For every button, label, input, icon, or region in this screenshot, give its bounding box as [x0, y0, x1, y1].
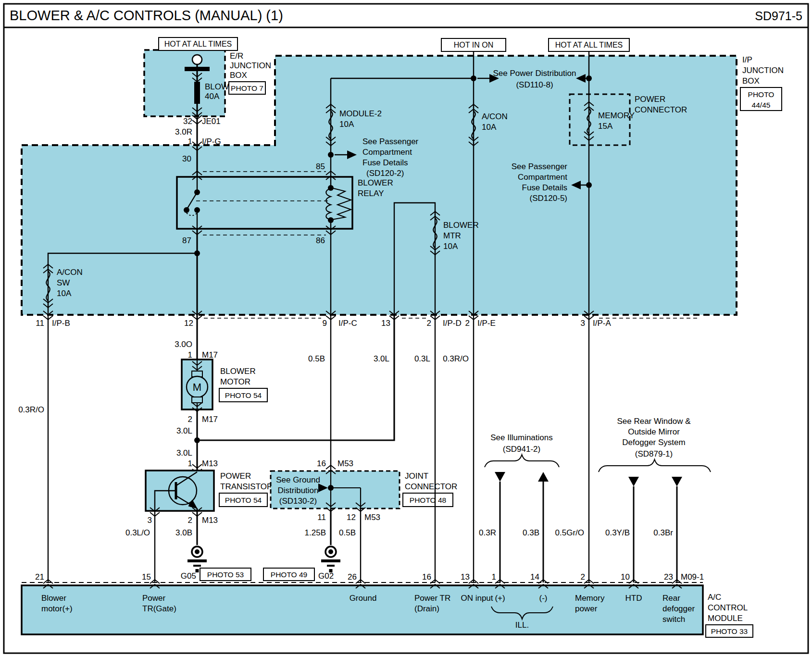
page-title: BLOWER & A/C CONTROLS (MANUAL) (1) — [10, 8, 283, 23]
ip-d-pin: 2 — [427, 319, 431, 328]
page-code: SD971-5 — [755, 9, 802, 23]
module-pin-16: 16 — [422, 572, 431, 582]
relay-pin-30: 30 — [182, 154, 191, 163]
photo-44-45-label-1[interactable]: PHOTO — [748, 90, 775, 99]
memory-label-1: MEMORY — [598, 111, 635, 120]
acon-10a-label-1: A/CON — [482, 112, 508, 121]
power-connector-label-1: POWER — [635, 95, 665, 104]
hot-at-all-times-left-label: HOT AT ALL TIMES — [164, 40, 232, 48]
sd120-5-link[interactable]: (SD120-5) — [530, 194, 567, 203]
hot-in-on-label: HOT IN ON — [454, 41, 493, 49]
see-defogger-label-2: Outside Mirror — [628, 427, 680, 436]
ip-b-pin: 11 — [36, 319, 44, 328]
m13-name-1: M13 — [202, 459, 218, 468]
module-pin-23: 23 — [664, 572, 673, 582]
relay-switch-dot-left — [184, 207, 189, 213]
acon-sw-label-2: SW — [57, 278, 70, 287]
acon-sw-label-3: 10A — [57, 289, 72, 298]
relay-name-2: RELAY — [358, 189, 384, 198]
wire-3-0l-label-1: 3.0L — [176, 426, 192, 435]
module-label-defog-2: defogger — [662, 604, 695, 613]
photo-48-label[interactable]: PHOTO 48 — [410, 496, 446, 504]
see-defogger-link[interactable]: (SD879-1) — [635, 449, 673, 459]
module-pin-13: 13 — [461, 572, 470, 582]
module-name-1: A/C — [708, 593, 721, 602]
sd120-2-link[interactable]: (SD120-2) — [366, 169, 404, 178]
ground-g05 — [187, 559, 207, 562]
fusible-link-bar — [185, 67, 210, 71]
wire-0-3br-label: 0.3Br — [653, 528, 673, 537]
blower-mtr-label-1: BLOWER — [443, 221, 479, 230]
ip-a-name: I/P-A — [593, 319, 611, 328]
relay-pin-87: 87 — [182, 236, 191, 245]
ip-box-label-3: BOX — [742, 76, 760, 86]
power-connector-label-2: CONNECTOR — [635, 105, 687, 114]
module-label-defog-1: Rear — [662, 594, 680, 603]
power-transistor-label-1: POWER — [220, 471, 251, 481]
photo-54-motor-label[interactable]: PHOTO 54 — [225, 391, 262, 399]
ground-g02 — [328, 549, 333, 554]
ipg-name: I/P-G — [202, 137, 221, 146]
module-pin-21: 21 — [35, 572, 44, 582]
m53-pin-11: 11 — [317, 513, 326, 522]
wire-0-3r-label: 0.3R — [479, 528, 496, 537]
module-pin-10: 10 — [621, 572, 630, 582]
see-illuminations-link[interactable]: (SD941-2) — [503, 445, 540, 454]
ground-g05-label: G05 — [181, 571, 196, 581]
module-label-blower-motor-1: Blower — [41, 594, 66, 603]
ac-control-module-box — [22, 585, 703, 634]
wire-3-0l-riser-label: 3.0L — [374, 354, 389, 363]
ground-g02 — [327, 565, 335, 567]
ip-12-pin: 12 — [184, 319, 193, 328]
ip-box-label-2: JUNCTION — [742, 66, 784, 75]
junction-sd120-2 — [328, 152, 334, 158]
module-label-memory-2: power — [575, 604, 598, 613]
photo-53-label[interactable]: PHOTO 53 — [207, 570, 244, 579]
module-pin-26: 26 — [348, 572, 357, 582]
ip-e-name: I/P-E — [477, 319, 496, 328]
sd120-5-label-2: Compartment — [518, 173, 567, 182]
wire-0-3ro-left-label: 0.3R/O — [18, 405, 44, 414]
module-label-ground: Ground — [350, 594, 377, 603]
m17-name-1: M17 — [202, 350, 218, 359]
m13-pin-1: 1 — [188, 459, 192, 468]
wire-3-0r-label: 3.0R — [175, 127, 192, 136]
photo-49-label[interactable]: PHOTO 49 — [271, 570, 307, 579]
wire-0-3ro-label: 0.3R/O — [443, 354, 469, 363]
module-label-ill-plus: (+) — [495, 594, 505, 603]
module-label-power-tr-drain-2: (Drain) — [414, 604, 439, 613]
ground-g05 — [193, 565, 201, 567]
m13-pin-3: 3 — [148, 516, 152, 525]
joint-connector-label-2: CONNECTOR — [405, 482, 457, 491]
blower-mtr-label-3: 10A — [443, 242, 458, 251]
photo-7-label[interactable]: PHOTO 7 — [231, 84, 263, 92]
fusible-link-circle — [192, 55, 202, 64]
see-ground-dist-label-1: See Ground — [276, 475, 320, 484]
wire-3-0b-label: 3.0B — [175, 528, 192, 537]
je01-name: JE01 — [202, 117, 221, 126]
m53-name-bottom: M53 — [364, 513, 380, 522]
ip-d-name: I/P-D — [443, 319, 462, 328]
module-pin-2: 2 — [581, 572, 585, 582]
module-pin-14: 14 — [530, 572, 539, 582]
see-power-distribution-link[interactable]: (SD110-8) — [516, 80, 553, 89]
wiring-diagram-canvas: BLOWER & A/C CONTROLS (MANUAL) (1)SD971-… — [0, 0, 812, 657]
m53-pin-12: 12 — [347, 513, 356, 522]
see-illuminations-label: See Illuminations — [490, 433, 552, 442]
sd120-5-label-3: Fuse Details — [522, 183, 567, 192]
module-name-3: MODULE — [708, 614, 743, 623]
ip-c-name: I/P-C — [338, 319, 357, 328]
photo-54-transistor-label[interactable]: PHOTO 54 — [225, 496, 262, 504]
wire-0-3yb-label: 0.3Y/B — [605, 528, 630, 537]
m17-name-2: M17 — [202, 415, 218, 424]
ground-g02-label: G02 — [318, 571, 334, 581]
photo-33-label[interactable]: PHOTO 33 — [711, 627, 748, 635]
photo-44-45-label-2[interactable]: 44/45 — [752, 101, 771, 109]
see-ground-dist-link[interactable]: (SD130-2) — [279, 496, 317, 506]
blower-motor-label-1: BLOWER — [220, 367, 256, 376]
module-label-power-tr-gate-2: TR(Gate) — [142, 604, 176, 613]
ip-b-name: I/P-B — [52, 319, 70, 328]
wiring-diagram-page: BLOWER & A/C CONTROLS (MANUAL) (1)SD971-… — [0, 0, 812, 657]
ipg-pin: 1 — [188, 137, 192, 146]
ip-e-pin: 2 — [465, 319, 470, 328]
